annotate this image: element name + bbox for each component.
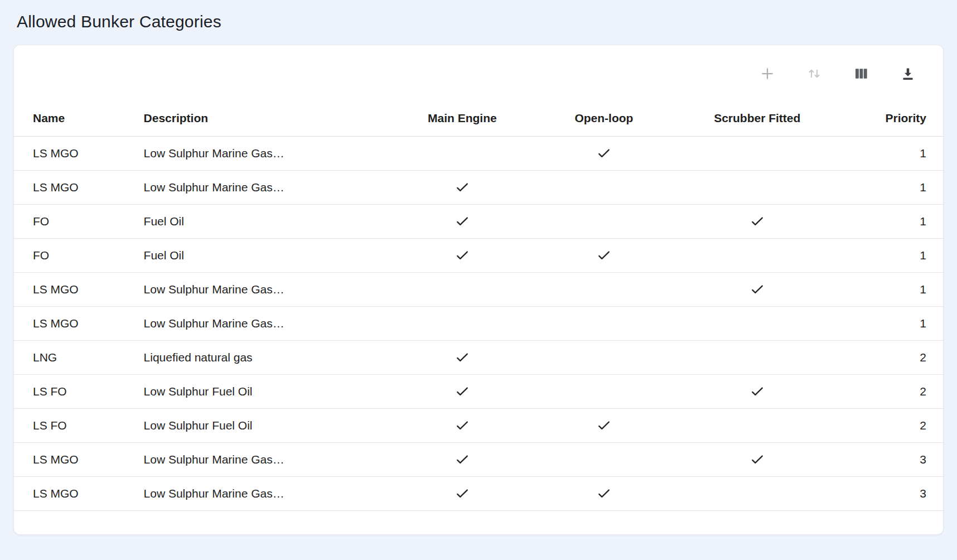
- check-icon: [750, 384, 765, 399]
- header-row: Name Description Main Engine Open-loop S…: [14, 100, 943, 137]
- cell-main-engine: [390, 341, 534, 375]
- check-icon: [455, 418, 470, 433]
- cell-scrubber-fitted: [674, 477, 841, 511]
- table-row[interactable]: LNG Liquefied natural gas 2: [14, 341, 943, 375]
- cell-name: LS MGO: [14, 273, 135, 307]
- cell-open-loop: [534, 171, 674, 205]
- column-header-priority[interactable]: Priority: [841, 100, 943, 137]
- cell-priority: 1: [841, 137, 943, 171]
- cell-description: Fuel Oil: [135, 205, 390, 239]
- column-header-scrubber-fitted[interactable]: Scrubber Fitted: [674, 100, 841, 137]
- cell-priority: 1: [841, 171, 943, 205]
- check-icon: [455, 350, 470, 365]
- cell-scrubber-fitted: [674, 409, 841, 443]
- table-row[interactable]: FO Fuel Oil 1: [14, 205, 943, 239]
- table-row[interactable]: LS MGO Low Sulphur Marine Gas… 1: [14, 171, 943, 205]
- grid-toolbar: [14, 45, 943, 100]
- check-icon: [596, 486, 612, 501]
- cell-main-engine: [390, 443, 534, 477]
- cell-scrubber-fitted: [674, 341, 841, 375]
- cell-description: Low Sulphur Marine Gas…: [135, 307, 390, 341]
- check-icon: [596, 418, 612, 433]
- column-header-main-engine[interactable]: Main Engine: [390, 100, 534, 137]
- table-row[interactable]: LS FO Low Sulphur Fuel Oil 2: [14, 375, 943, 409]
- cell-description: Low Sulphur Marine Gas…: [135, 477, 390, 511]
- table-row[interactable]: LS MGO Low Sulphur Marine Gas… 3: [14, 477, 943, 511]
- add-button[interactable]: [757, 63, 778, 86]
- cell-open-loop: [534, 239, 674, 273]
- cell-main-engine: [390, 273, 534, 307]
- cell-name: FO: [14, 205, 135, 239]
- check-icon: [455, 180, 470, 195]
- columns-icon: [853, 65, 869, 84]
- check-icon: [455, 452, 470, 467]
- column-header-name[interactable]: Name: [14, 100, 135, 137]
- cell-priority: 2: [841, 341, 943, 375]
- cell-main-engine: [390, 239, 534, 273]
- cell-name: LS FO: [14, 375, 135, 409]
- cell-scrubber-fitted: [674, 171, 841, 205]
- cell-priority: 1: [841, 307, 943, 341]
- cell-name: LS MGO: [14, 477, 135, 511]
- cell-description: Low Sulphur Fuel Oil: [135, 409, 390, 443]
- cell-description: Fuel Oil: [135, 239, 390, 273]
- sort-icon: [806, 65, 823, 84]
- cell-priority: 3: [841, 477, 943, 511]
- page-title: Allowed Bunker Categories: [17, 12, 944, 31]
- page: Allowed Bunker Categories: [0, 0, 957, 535]
- cell-scrubber-fitted: [674, 375, 841, 409]
- table-header: Name Description Main Engine Open-loop S…: [14, 100, 943, 137]
- cell-main-engine: [390, 171, 534, 205]
- table-row[interactable]: LS MGO Low Sulphur Marine Gas… 1: [14, 137, 943, 171]
- check-icon: [750, 282, 765, 297]
- check-icon: [596, 248, 612, 263]
- cell-description: Low Sulphur Marine Gas…: [135, 137, 390, 171]
- check-icon: [455, 486, 470, 501]
- download-button[interactable]: [897, 63, 919, 86]
- cell-name: LNG: [14, 341, 135, 375]
- download-icon: [900, 65, 916, 84]
- cell-priority: 2: [841, 375, 943, 409]
- check-icon: [455, 384, 470, 399]
- table-row[interactable]: LS FO Low Sulphur Fuel Oil 2: [14, 409, 943, 443]
- columns-button[interactable]: [850, 63, 872, 86]
- cell-priority: 3: [841, 443, 943, 477]
- cell-main-engine: [390, 375, 534, 409]
- column-header-open-loop[interactable]: Open-loop: [534, 100, 674, 137]
- cell-name: LS FO: [14, 409, 135, 443]
- cell-scrubber-fitted: [674, 307, 841, 341]
- check-icon: [750, 214, 765, 229]
- cell-scrubber-fitted: [674, 205, 841, 239]
- bunker-categories-table: Name Description Main Engine Open-loop S…: [14, 100, 943, 511]
- cell-name: LS MGO: [14, 443, 135, 477]
- table-row[interactable]: LS MGO Low Sulphur Marine Gas… 1: [14, 273, 943, 307]
- cell-scrubber-fitted: [674, 273, 841, 307]
- cell-main-engine: [390, 307, 534, 341]
- cell-description: Liquefied natural gas: [135, 341, 390, 375]
- cell-scrubber-fitted: [674, 137, 841, 171]
- cell-open-loop: [534, 443, 674, 477]
- table-row[interactable]: LS MGO Low Sulphur Marine Gas… 3: [14, 443, 943, 477]
- cell-open-loop: [534, 273, 674, 307]
- cell-main-engine: [390, 205, 534, 239]
- cell-name: LS MGO: [14, 137, 135, 171]
- cell-priority: 1: [841, 239, 943, 273]
- cell-name: FO: [14, 239, 135, 273]
- cell-name: LS MGO: [14, 171, 135, 205]
- cell-main-engine: [390, 409, 534, 443]
- table-row[interactable]: LS MGO Low Sulphur Marine Gas… 1: [14, 307, 943, 341]
- cell-open-loop: [534, 137, 674, 171]
- table-row[interactable]: FO Fuel Oil 1: [14, 239, 943, 273]
- add-icon: [759, 65, 776, 84]
- cell-open-loop: [534, 205, 674, 239]
- cell-open-loop: [534, 375, 674, 409]
- cell-description: Low Sulphur Marine Gas…: [135, 171, 390, 205]
- check-icon: [455, 248, 470, 263]
- table-body: LS MGO Low Sulphur Marine Gas… 1 LS MGO …: [14, 137, 943, 511]
- sort-button[interactable]: [804, 63, 825, 86]
- cell-scrubber-fitted: [674, 443, 841, 477]
- bunker-categories-card: Name Description Main Engine Open-loop S…: [13, 45, 944, 535]
- column-header-description[interactable]: Description: [135, 100, 390, 137]
- cell-priority: 1: [841, 273, 943, 307]
- check-icon: [596, 146, 612, 161]
